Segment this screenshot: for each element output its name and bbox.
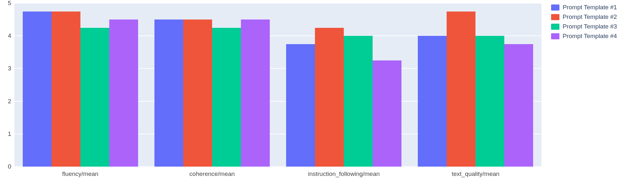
x-tick-label: instruction_following/mean bbox=[308, 170, 380, 177]
bar-fill bbox=[447, 12, 475, 167]
bar[interactable] bbox=[504, 3, 533, 167]
bar-fill bbox=[475, 36, 504, 167]
legend-label: Prompt Template #3 bbox=[563, 23, 617, 30]
legend-swatch bbox=[551, 14, 559, 20]
legend-swatch bbox=[551, 24, 559, 30]
bar[interactable] bbox=[286, 3, 315, 167]
bar[interactable] bbox=[23, 3, 52, 167]
y-tick-label: 4 bbox=[8, 32, 11, 39]
y-tick-label: 3 bbox=[8, 65, 11, 72]
legend-swatch bbox=[551, 33, 559, 39]
bar-fill bbox=[504, 44, 533, 167]
legend-item[interactable]: Prompt Template #4 bbox=[551, 32, 641, 40]
legend-item[interactable]: Prompt Template #2 bbox=[551, 13, 641, 21]
bar-fill bbox=[418, 36, 447, 167]
bar-fill bbox=[344, 36, 373, 167]
chart-container: 012345fluency/meancoherence/meaninstruct… bbox=[0, 0, 644, 181]
bar[interactable] bbox=[315, 3, 344, 167]
legend-item[interactable]: Prompt Template #1 bbox=[551, 3, 641, 12]
bar[interactable] bbox=[373, 3, 401, 167]
plot-frame: 012345fluency/meancoherence/meaninstruct… bbox=[0, 0, 548, 181]
bar[interactable] bbox=[183, 3, 212, 167]
y-tick-label: 5 bbox=[8, 0, 11, 7]
bar-fill bbox=[23, 12, 52, 167]
y-tick-label: 2 bbox=[8, 98, 11, 105]
y-tick-label: 0 bbox=[8, 163, 11, 170]
bar[interactable] bbox=[212, 3, 241, 167]
bar-group: instruction_following/mean bbox=[278, 3, 410, 167]
bar-fill bbox=[286, 44, 315, 167]
x-tick-label: coherence/mean bbox=[189, 170, 235, 177]
y-tick-label: 1 bbox=[8, 130, 11, 138]
bar[interactable] bbox=[241, 3, 270, 167]
bar-fill bbox=[241, 20, 270, 167]
bar-fill bbox=[154, 20, 183, 167]
bar[interactable] bbox=[109, 3, 138, 167]
bar-fill bbox=[80, 28, 109, 167]
plot-area: 012345fluency/meancoherence/meaninstruct… bbox=[14, 3, 541, 167]
bars-layer: fluency/meancoherence/meaninstruction_fo… bbox=[14, 3, 541, 167]
bar[interactable] bbox=[52, 3, 80, 167]
bar[interactable] bbox=[418, 3, 447, 167]
x-tick-label: text_quality/mean bbox=[452, 170, 500, 177]
legend-label: Prompt Template #2 bbox=[563, 13, 617, 20]
legend: Prompt Template #1Prompt Template #2Prom… bbox=[548, 0, 644, 181]
bar-fill bbox=[52, 12, 80, 167]
x-tick-label: fluency/mean bbox=[62, 170, 98, 177]
legend-label: Prompt Template #1 bbox=[563, 4, 617, 11]
bar-fill bbox=[109, 20, 138, 167]
bar-group: coherence/mean bbox=[146, 3, 278, 167]
bar[interactable] bbox=[80, 3, 109, 167]
bar-group: fluency/mean bbox=[14, 3, 146, 167]
bar-fill bbox=[315, 28, 344, 167]
bar-fill bbox=[183, 20, 212, 167]
bar-fill bbox=[212, 28, 241, 167]
bar[interactable] bbox=[344, 3, 373, 167]
bar[interactable] bbox=[447, 3, 475, 167]
bar[interactable] bbox=[475, 3, 504, 167]
legend-item[interactable]: Prompt Template #3 bbox=[551, 22, 641, 31]
bar-fill bbox=[373, 60, 401, 167]
legend-label: Prompt Template #4 bbox=[563, 33, 617, 40]
legend-swatch bbox=[551, 4, 559, 11]
bar-group: text_quality/mean bbox=[410, 3, 541, 167]
bar[interactable] bbox=[154, 3, 183, 167]
